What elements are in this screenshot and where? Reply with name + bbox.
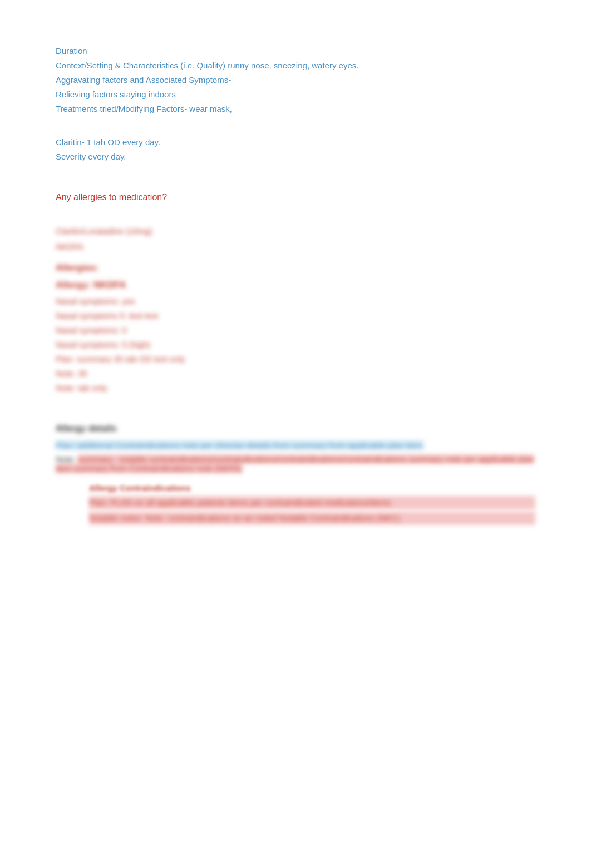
indent-content-1: Plan: PLAN on all applicable patients it… (89, 496, 535, 509)
treatments-line: Treatments tried/Modifying Factors- wear… (56, 102, 535, 116)
main-content: Duration Context/Setting & Characteristi… (56, 44, 535, 525)
severity-line: Severity every day. (56, 150, 535, 163)
context-line: Context/Setting & Characteristics (i.e. … (56, 59, 535, 72)
spacer-1 (56, 126, 535, 136)
indent-label: Allergy Contraindications (89, 483, 535, 493)
indent-block: Allergy Contraindications Plan: PLAN on … (89, 483, 535, 525)
allergies-question-block: Any allergies to medication? (56, 190, 535, 205)
section-details-block: Allergy details Plan: additional Contrai… (56, 421, 535, 473)
allergies-question: Any allergies to medication? (56, 190, 535, 205)
relieving-line: Relieving factors staying indoors (56, 88, 535, 101)
blurred-content-block: Claritin/Loratadine (10mg) NKDFA Allergi… (56, 225, 535, 395)
clinical-info-block: Duration Context/Setting & Characteristi… (56, 44, 535, 116)
aggravating-line: Aggravating factors and Associated Sympt… (56, 73, 535, 87)
spacer-4 (56, 405, 535, 421)
indent-content-2: Notable notes: Note: contraindications o… (89, 512, 535, 525)
claritin-line: Claritin- 1 tab OD every day. (56, 136, 535, 149)
section-header: Allergy details (56, 421, 535, 436)
medication-block: Claritin- 1 tab OD every day. Severity e… (56, 136, 535, 163)
duration-line: Duration (56, 44, 535, 58)
spacer-2 (56, 173, 535, 190)
spacer-3 (56, 215, 535, 225)
